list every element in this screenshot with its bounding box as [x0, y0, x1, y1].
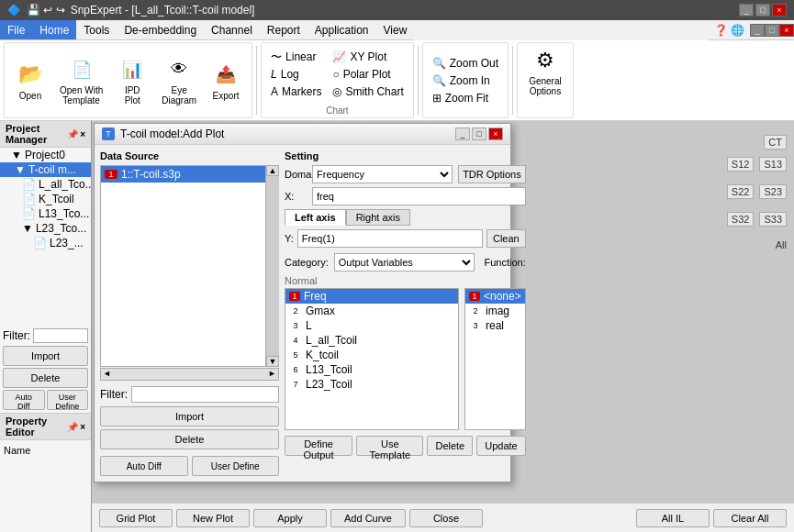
tdr-options-button[interactable]: TDR Options: [458, 165, 526, 183]
var-item-0[interactable]: 1 Freq: [285, 289, 458, 304]
category-select[interactable]: Output Variables S Parameters Y Paramete…: [334, 253, 475, 272]
menu-channel[interactable]: Channel: [204, 20, 260, 39]
zoom-out-button[interactable]: 🔍 Zoom Out: [429, 55, 502, 72]
right-axis-tab[interactable]: Right axis: [346, 209, 410, 226]
minimize-button[interactable]: _: [739, 4, 754, 17]
menu-file[interactable]: File: [0, 20, 32, 39]
markers-button[interactable]: A Markers: [267, 83, 325, 100]
tree-item-tcoil[interactable]: ▼ T-coil m...: [0, 162, 91, 177]
user-define-button[interactable]: User Define: [47, 390, 89, 410]
dialog-icon: T: [102, 127, 115, 140]
log-button[interactable]: L Log: [267, 66, 325, 83]
func-item-2[interactable]: 3 real: [465, 318, 525, 333]
all-il-button[interactable]: All IL: [636, 509, 710, 527]
ribbon-minimize[interactable]: _: [750, 24, 765, 37]
menu-view[interactable]: View: [376, 20, 415, 39]
variable-list[interactable]: 1 Freq 2 Gmax 3 L: [285, 288, 459, 430]
user-define-ds-button[interactable]: User Define: [192, 456, 280, 476]
var-item-6[interactable]: 7 L23_Tcoil: [285, 377, 458, 392]
function-list[interactable]: 1 <none> 2 imag 3 real: [464, 288, 526, 430]
var-list-section: Normal 1 Freq 2 Gmax: [285, 275, 459, 430]
project-label: Project0: [25, 149, 65, 161]
pm-pin-icon[interactable]: 📌: [67, 129, 78, 139]
grid-plot-button[interactable]: Grid Plot: [99, 509, 173, 527]
xy-plot-button[interactable]: 📈 XY Plot: [329, 49, 407, 65]
auto-diff-ds-button[interactable]: Auto Diff: [100, 456, 188, 476]
tree-item-l13[interactable]: 📄 L13_Tco...: [0, 206, 91, 221]
update-button[interactable]: Update: [476, 436, 525, 456]
ipd-plot-button[interactable]: 📊 IPDPlot: [112, 54, 152, 107]
scroll-down[interactable]: ▼: [266, 356, 279, 367]
dialog-restore-button[interactable]: □: [472, 127, 486, 140]
tree-item-l23b[interactable]: 📄 L23_...: [0, 236, 91, 250]
ds-delete-button[interactable]: Delete: [100, 429, 279, 449]
use-template-button[interactable]: Use Template: [356, 436, 423, 456]
var-item-3[interactable]: 4 L_all_Tcoil: [285, 333, 458, 348]
clear-all-button[interactable]: Clear All: [713, 509, 787, 527]
open-with-template-button[interactable]: 📄 Open WithTemplate: [54, 54, 108, 107]
func-item-0[interactable]: 1 <none>: [465, 289, 525, 304]
menu-home[interactable]: Home: [32, 20, 76, 39]
var-item-4[interactable]: 5 K_tcoil: [285, 348, 458, 362]
define-output-button[interactable]: Define Output: [285, 436, 352, 456]
pe-pin-icon[interactable]: 📌: [67, 422, 78, 432]
eye-diagram-button[interactable]: 👁 EyeDiagram: [156, 54, 202, 107]
polar-plot-button[interactable]: ○ Polar Plot: [329, 66, 407, 83]
tree-item-lall[interactable]: 📄 L_all_Tco...: [0, 177, 91, 192]
domain-select[interactable]: Frequency Time: [312, 165, 453, 183]
close-button[interactable]: ×: [772, 4, 787, 17]
import-button[interactable]: Import: [3, 346, 88, 366]
ribbon-maximize[interactable]: □: [765, 24, 779, 37]
var-item-2[interactable]: 3 L: [285, 318, 458, 333]
open-button[interactable]: 📂 Open: [10, 54, 50, 107]
var-item-5[interactable]: 6 L13_Tcoil: [285, 362, 458, 377]
action-delete-button[interactable]: Delete: [427, 436, 473, 456]
s12-label: S12: [727, 157, 755, 172]
ipd-label: IPDPlot: [125, 85, 140, 105]
filter-ds-input[interactable]: [131, 386, 279, 403]
func-item-1[interactable]: 2 imag: [465, 304, 525, 318]
ribbon-close[interactable]: ×: [779, 24, 794, 37]
scroll-up[interactable]: ▲: [266, 165, 279, 176]
dialog-controls[interactable]: _ □ ×: [455, 127, 503, 140]
zoom-fit-button[interactable]: ⊞ Zoom Fit: [429, 90, 502, 106]
hscroll-left[interactable]: ◄: [101, 369, 113, 380]
y-input[interactable]: [297, 229, 483, 248]
title-bar-left: 🔷 💾 ↩ ↪ SnpExpert - [L_all_Tcoil::T-coil…: [7, 4, 254, 17]
clean-button[interactable]: Clean: [486, 229, 526, 248]
new-plot-button[interactable]: New Plot: [176, 509, 250, 527]
add-curve-button[interactable]: Add Curve: [330, 509, 406, 527]
zoom-in-button[interactable]: 🔍 Zoom In: [429, 72, 502, 89]
pe-close-icon[interactable]: ×: [80, 422, 85, 432]
close-dialog-button[interactable]: Close: [409, 509, 483, 527]
tree-item-ktcoil[interactable]: 📄 K_Tcoil: [0, 192, 91, 206]
smith-chart-button[interactable]: ◎ Smith Chart: [329, 83, 407, 100]
menu-report[interactable]: Report: [260, 20, 308, 39]
filter-input[interactable]: [33, 328, 88, 343]
data-source-list[interactable]: 1 1::T-coil.s3p: [100, 165, 266, 367]
ds-import-button[interactable]: Import: [100, 406, 279, 427]
dialog-minimize-button[interactable]: _: [455, 127, 470, 140]
data-source-item-0[interactable]: 1 1::T-coil.s3p: [101, 166, 265, 183]
menu-deembedding[interactable]: De-embedding: [117, 20, 204, 39]
left-axis-tab[interactable]: Left axis: [285, 209, 346, 226]
linear-button[interactable]: 〜 Linear: [267, 49, 325, 65]
var-item-1[interactable]: 2 Gmax: [285, 304, 458, 318]
app-window: 🔷 💾 ↩ ↪ SnpExpert - [L_all_Tcoil::T-coil…: [0, 0, 794, 532]
tree-item-project0[interactable]: ▼ Project0: [0, 148, 91, 162]
hscroll-right[interactable]: ►: [266, 369, 278, 380]
title-controls[interactable]: _ □ ×: [739, 4, 787, 17]
menu-tools[interactable]: Tools: [76, 20, 117, 39]
x-input[interactable]: [312, 187, 526, 205]
menu-application[interactable]: Application: [308, 20, 376, 39]
auto-diff-button[interactable]: Auto Diff: [3, 390, 45, 410]
pm-close-icon[interactable]: ×: [80, 129, 85, 139]
dialog-close-button[interactable]: ×: [488, 127, 503, 140]
delete-button[interactable]: Delete: [3, 368, 88, 388]
apply-button[interactable]: Apply: [253, 509, 327, 527]
eye-icon: 👁: [164, 56, 194, 83]
maximize-button[interactable]: □: [755, 4, 770, 17]
general-options-button[interactable]: ⚙ GeneralOptions: [523, 45, 567, 98]
tree-item-l23[interactable]: ▼ L23_Tco...: [0, 221, 91, 236]
export-button[interactable]: 📤 Export: [206, 54, 246, 107]
